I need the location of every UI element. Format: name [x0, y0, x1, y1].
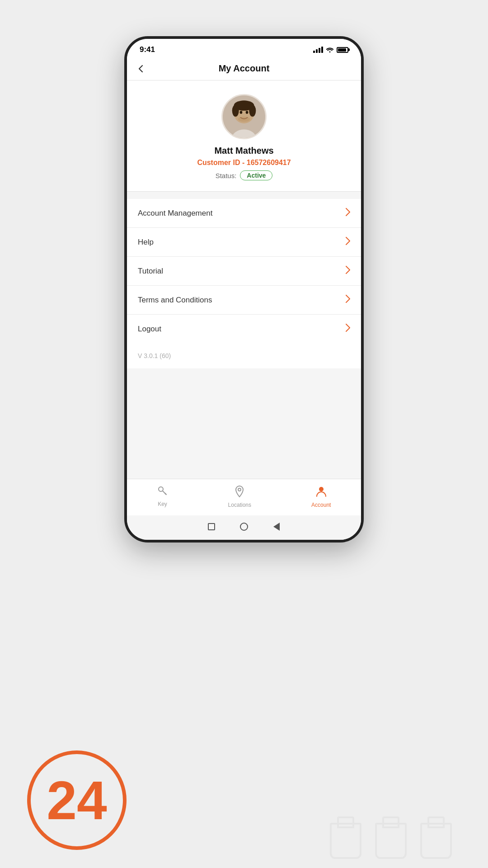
signal-icon	[313, 47, 323, 53]
menu-item-label: Tutorial	[138, 267, 163, 276]
customer-id-label: Customer ID -	[197, 159, 244, 166]
version-text: V 3.0.1 (60)	[127, 343, 361, 368]
chevron-right-icon	[346, 324, 350, 334]
status-time: 9:41	[140, 45, 155, 54]
system-square-button[interactable]	[206, 522, 216, 532]
page-wrapper: 9:41	[0, 0, 488, 868]
svg-point-9	[238, 117, 250, 122]
deco-cup-3	[420, 823, 452, 859]
svg-point-6	[249, 105, 256, 117]
deco-cup-1	[330, 823, 361, 859]
status-icons	[313, 46, 348, 54]
back-button[interactable]	[136, 64, 146, 74]
status-label: Status:	[216, 172, 237, 179]
page-title: My Account	[219, 63, 270, 74]
brand-logo: 24	[27, 750, 127, 850]
svg-point-8	[246, 111, 249, 114]
menu-list: Account Management Help	[127, 199, 361, 343]
system-bar	[127, 515, 361, 540]
app-header: My Account	[127, 58, 361, 80]
menu-item-label: Terms and Conditions	[138, 296, 212, 305]
chevron-right-icon	[346, 237, 350, 247]
menu-item-label: Logout	[138, 325, 161, 334]
status-bar: 9:41	[127, 39, 361, 58]
user-name: Matt Mathews	[214, 146, 273, 156]
key-icon	[157, 486, 168, 499]
background-decorations	[330, 823, 452, 859]
nav-account-label: Account	[311, 502, 331, 508]
nav-item-key[interactable]: Key	[148, 484, 177, 510]
battery-icon	[337, 47, 348, 53]
brand-number: 24	[47, 773, 107, 827]
status-row: Status: Active	[216, 170, 273, 180]
menu-item-terms[interactable]: Terms and Conditions	[127, 286, 361, 315]
chevron-right-icon	[346, 266, 350, 276]
wifi-icon	[326, 46, 334, 54]
chevron-right-icon	[346, 208, 350, 218]
nav-item-account[interactable]: Account	[302, 484, 340, 510]
avatar	[221, 94, 267, 139]
menu-item-tutorial[interactable]: Tutorial	[127, 257, 361, 286]
account-icon	[316, 486, 327, 500]
nav-locations-label: Locations	[228, 502, 251, 508]
profile-section: Matt Mathews Customer ID - 16572609417 S…	[127, 80, 361, 192]
svg-point-14	[238, 488, 241, 491]
menu-item-label: Account Management	[138, 209, 212, 218]
menu-item-help[interactable]: Help	[127, 228, 361, 257]
svg-point-15	[319, 487, 324, 491]
menu-item-account-management[interactable]: Account Management	[127, 199, 361, 228]
main-content: Matt Mathews Customer ID - 16572609417 S…	[127, 80, 361, 479]
menu-item-logout[interactable]: Logout	[127, 315, 361, 343]
brand-area: 24	[0, 542, 488, 868]
deco-cup-2	[375, 823, 407, 859]
svg-point-7	[240, 111, 243, 114]
phone-shell: 9:41	[124, 36, 364, 542]
location-icon	[235, 486, 244, 500]
system-home-button[interactable]	[239, 522, 249, 532]
svg-point-5	[232, 105, 239, 117]
customer-id-value: 16572609417	[247, 159, 291, 166]
menu-item-label: Help	[138, 238, 154, 247]
status-badge: Active	[240, 170, 272, 180]
system-back-button[interactable]	[272, 522, 282, 532]
nav-item-locations[interactable]: Locations	[219, 484, 260, 510]
chevron-right-icon	[346, 295, 350, 305]
nav-key-label: Key	[158, 501, 167, 507]
customer-id-row: Customer ID - 16572609417	[197, 159, 291, 167]
bottom-nav: Key Locations Account	[127, 479, 361, 515]
